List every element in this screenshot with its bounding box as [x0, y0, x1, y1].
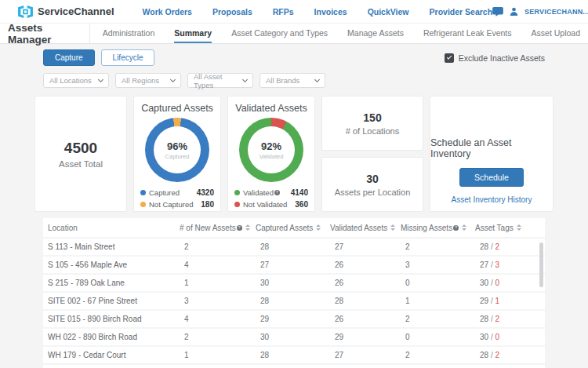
legend-value: 4140	[291, 188, 308, 197]
tab-refrigerant-leak-events[interactable]: Refrigerant Leak Events	[423, 24, 512, 43]
info-icon[interactable]: ?	[453, 225, 459, 231]
filter-all-locations[interactable]: All Locations	[43, 73, 109, 88]
table-row[interactable]: WH 505 - 321 Elm Street02929129 / 1	[43, 365, 545, 368]
nav-link-rfps[interactable]: RFPs	[273, 7, 294, 16]
page-title: Assets Manager	[8, 24, 90, 43]
table-row[interactable]: S 215 - 789 Oak Lane13026030 / 0	[43, 275, 545, 293]
tab-asset-upload[interactable]: Asset Upload	[532, 24, 580, 43]
sort-icon[interactable]	[462, 224, 466, 231]
assets-per-location-value: 30	[366, 173, 379, 185]
cell-asset-tags: 29 / 1	[475, 297, 545, 305]
column-header-asset-tags[interactable]: Asset Tags	[475, 224, 545, 232]
legend-dot	[140, 190, 146, 195]
nav-link-work-orders[interactable]: Work Orders	[143, 7, 192, 16]
cell-missing-assets: 0	[401, 279, 475, 287]
legend-value: 180	[201, 200, 214, 209]
table-row[interactable]: WH 179 - Cedar Court12827228 / 2	[43, 347, 545, 365]
cell-missing-assets: 2	[401, 242, 475, 251]
legend-dot	[234, 202, 240, 207]
tab-administration[interactable]: Administration	[103, 24, 155, 43]
table-row[interactable]: SITE 015 - 890 Birch Road42926228 / 2	[43, 311, 545, 329]
lifecycle-button[interactable]: Lifecycle	[101, 49, 155, 66]
nav-link-provider-search[interactable]: Provider Search	[430, 7, 493, 16]
asset-tags-total: 28	[480, 351, 488, 359]
nav-link-quickview[interactable]: QuickView	[368, 7, 409, 16]
capture-button[interactable]: Capture	[43, 49, 95, 66]
column-label: # of New Assets	[180, 224, 236, 232]
chevron-down-icon	[170, 77, 176, 82]
cell-captured-assets: 27	[256, 261, 330, 269]
asset-tags-missing: 1	[495, 297, 499, 305]
subnav-tabs: AdministrationSummaryAsset Category and …	[103, 24, 580, 43]
cell-new-assets: 1	[180, 279, 256, 287]
assets-per-location-label: Assets per Location	[335, 188, 411, 197]
legend-label: Captured	[149, 188, 180, 197]
donut-legend: Captured4320Not Captured180	[140, 187, 214, 210]
tab-summary[interactable]: Summary	[174, 24, 212, 43]
sort-icon[interactable]	[517, 224, 521, 231]
sort-icon[interactable]	[390, 224, 395, 231]
module-subnav: Assets Manager AdministrationSummaryAsse…	[0, 24, 588, 44]
cell-captured-assets: 28	[256, 297, 330, 305]
cell-validated-assets: 26	[330, 261, 401, 269]
donut-center-label: Captured	[165, 153, 190, 160]
captured-assets-card: Captured Assets96%CapturedCaptured4320No…	[133, 96, 221, 212]
nav-link-invoices[interactable]: Invoices	[314, 7, 347, 16]
cell-new-assets: 4	[180, 315, 256, 323]
cell-missing-assets: 2	[401, 351, 475, 359]
info-icon[interactable]: ?	[237, 225, 242, 231]
table-row[interactable]: WH 022 - 890 Birch Road23029030 / 0	[43, 329, 545, 347]
assets-manager-screen: ServiceChannel Work OrdersProposalsRFPsI…	[0, 0, 588, 368]
legend-item-validated: Validated?4140	[234, 187, 308, 199]
schedule-button[interactable]: Schedule	[459, 168, 524, 187]
table-row[interactable]: S 113 - Main Street22827228 / 2	[43, 239, 545, 257]
legend-dot	[234, 190, 240, 195]
cell-location: SITE 002 - 67 Pine Street	[48, 297, 180, 305]
cell-validated-assets: 27	[330, 242, 401, 251]
info-icon[interactable]: ?	[274, 190, 280, 195]
table-row[interactable]: S 105 - 456 Maple Ave42726327 / 3	[43, 257, 545, 275]
legend-value: 4320	[197, 188, 214, 197]
table-row[interactable]: SITE 002 - 67 Pine Street32828129 / 1	[43, 293, 545, 311]
nav-link-proposals[interactable]: Proposals	[212, 7, 252, 16]
column-header-validated-assets[interactable]: Validated Assets	[330, 224, 401, 232]
top-navbar: ServiceChannel Work OrdersProposalsRFPsI…	[0, 0, 588, 24]
column-label: Captured Assets	[256, 224, 313, 232]
column-header-of-new-assets[interactable]: # of New Assets?	[180, 224, 256, 232]
filter-all-asset-types[interactable]: All Asset Types	[187, 73, 253, 88]
exclude-inactive-toggle[interactable]: Exclude Inactive Assets	[445, 53, 545, 63]
filter-all-regions[interactable]: All Regions	[115, 73, 181, 88]
asset-inventory-history-link[interactable]: Asset Inventory History	[452, 195, 532, 204]
cell-location: WH 022 - 890 Birch Road	[48, 333, 180, 341]
account-menu[interactable]: SERVICECHANN...	[524, 8, 588, 16]
filter-value: All Locations	[49, 76, 92, 85]
asset-total-card: 4500 Asset Total	[34, 96, 127, 212]
filter-all-brands[interactable]: All Brands	[260, 73, 325, 88]
sort-icon[interactable]	[316, 224, 321, 231]
donut-center-label: Validated	[260, 153, 284, 160]
cell-location: WH 179 - Cedar Court	[48, 351, 180, 359]
brand-logo[interactable]: ServiceChannel	[18, 5, 114, 18]
column-label: Validated Assets	[330, 224, 387, 232]
donut-legend: Validated?4140Not Validated360	[234, 187, 308, 210]
donut-hole: 92%Validated	[248, 126, 295, 173]
column-header-missing-assets[interactable]: Missing Assets?	[401, 224, 475, 232]
chat-icon[interactable]	[492, 7, 503, 16]
column-header-captured-assets[interactable]: Captured Assets	[256, 224, 330, 232]
toolbar: Capture Lifecycle Exclude Inactive Asset…	[43, 49, 545, 66]
cell-missing-assets: 1	[401, 297, 475, 305]
schedule-heading: Schedule an Asset Inventory	[430, 137, 553, 159]
sort-icon[interactable]	[245, 224, 250, 231]
user-icon[interactable]	[510, 7, 518, 16]
cell-captured-assets: 30	[256, 279, 330, 287]
chevron-down-icon	[98, 77, 103, 82]
table-scrollbar[interactable]	[539, 242, 543, 287]
filter-bar: All LocationsAll RegionsAll Asset TypesA…	[43, 73, 545, 88]
tab-manage-assets[interactable]: Manage Assets	[347, 24, 404, 43]
donut-hole: 96%Captured	[154, 126, 201, 173]
legend-label: Not Captured	[149, 200, 194, 209]
exclude-inactive-checkbox[interactable]	[445, 53, 454, 63]
cell-new-assets: 3	[180, 297, 256, 305]
legend-label: Validated	[243, 188, 274, 197]
tab-asset-category-and-types[interactable]: Asset Category and Types	[231, 24, 328, 43]
